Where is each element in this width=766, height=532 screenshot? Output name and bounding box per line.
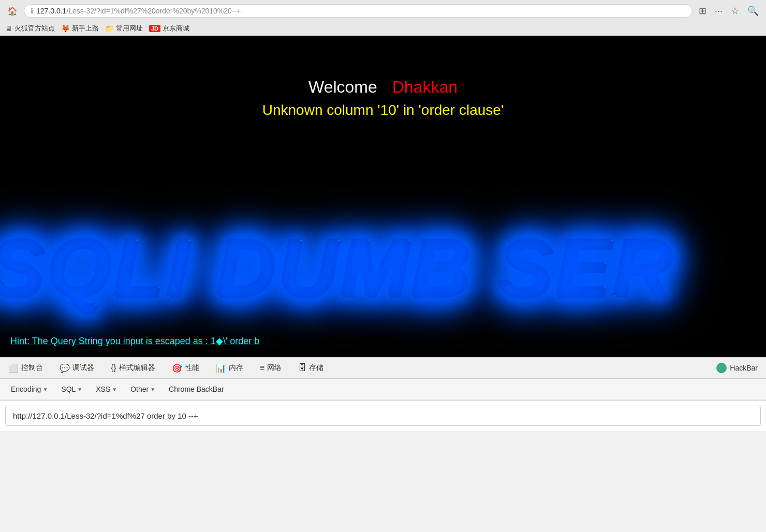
toolbar-right: ⊞ ··· ☆ 🔍 [697, 3, 761, 19]
address-bar[interactable]: ℹ 127.0.0.1/Less-32/?id=1%df%27%20order%… [24, 4, 693, 18]
menu-button[interactable]: ··· [713, 4, 725, 19]
nav-buttons: 🏠 [5, 4, 20, 18]
storage-icon: 🗄 [298, 363, 306, 373]
console-label: 控制台 [21, 363, 43, 373]
hackbar-sql-menu[interactable]: SQL ▼ [55, 382, 88, 396]
address-domain: 127.0.0.1 [36, 7, 66, 15]
sql-label: SQL [61, 385, 76, 393]
hackbar-globe-icon [716, 363, 727, 373]
bookmark-newbie[interactable]: 🦊 新手上路 [61, 24, 99, 33]
devtools-memory[interactable]: 📊 内存 [213, 361, 246, 375]
chrome-backbar-label: Chrome BackBar [169, 385, 224, 393]
folder-icon: 📁 [105, 24, 114, 33]
console-icon: ⬜ [8, 363, 19, 373]
devtools-console[interactable]: ⬜ 控制台 [5, 361, 46, 375]
hackbar-encoding-menu[interactable]: Encoding ▼ [5, 382, 53, 396]
devtools-bar: ⬜ 控制台 💬 调试器 {} 样式编辑器 🎯 性能 📊 内存 ≡ 网络 🗄 存储… [0, 357, 766, 379]
address-text: 127.0.0.1/Less-32/?id=1%df%27%20order%20… [36, 7, 686, 15]
browser-chrome: 🏠 ℹ 127.0.0.1/Less-32/?id=1%df%27%20orde… [0, 0, 766, 36]
bookmarks-bar: 🖥 火狐官方站点 🦊 新手上路 📁 常用网址 JD 京东商城 [0, 22, 766, 36]
home-button[interactable]: 🏠 [5, 4, 20, 18]
other-label: Other [130, 385, 149, 393]
firefox-home-icon: 🖥 [5, 24, 12, 33]
error-message: Unknown column '10' in 'order clause' [0, 102, 766, 119]
debugger-label: 调试器 [72, 363, 94, 373]
firefox-icon: 🦊 [61, 24, 70, 33]
grid-button[interactable]: ⊞ [697, 3, 709, 19]
style-icon: {} [111, 363, 116, 373]
hint-text: Hint: The Query String you input is esca… [0, 335, 270, 347]
hackbar-label: HackBar [730, 364, 758, 372]
hackbar-xss-menu[interactable]: XSS ▼ [90, 382, 123, 396]
performance-label: 性能 [185, 363, 199, 373]
xss-arrow-icon: ▼ [112, 387, 117, 392]
welcome-area: Welcome Dhakkan [0, 36, 766, 97]
hackbar-chrome-backbar[interactable]: Chrome BackBar [163, 382, 230, 396]
memory-icon: 📊 [216, 363, 226, 373]
hackbar-toolbar: Encoding ▼ SQL ▼ XSS ▼ Other ▼ Chrome Ba… [0, 379, 766, 400]
devtools-style-editor[interactable]: {} 样式编辑器 [108, 361, 158, 375]
url-input-area [0, 400, 766, 431]
bookmark-newbie-label: 新手上路 [72, 24, 99, 33]
info-icon: ℹ [31, 7, 33, 15]
bookmark-firefox[interactable]: 🖥 火狐官方站点 [5, 24, 55, 33]
welcome-name: Dhakkan [392, 78, 458, 96]
url-input[interactable] [5, 406, 761, 426]
bookmark-common[interactable]: 📁 常用网址 [105, 24, 143, 33]
network-icon: ≡ [260, 363, 264, 373]
browser-toolbar: 🏠 ℹ 127.0.0.1/Less-32/?id=1%df%27%20orde… [0, 0, 766, 22]
devtools-network[interactable]: ≡ 网络 [257, 361, 285, 375]
hackbar-item[interactable]: HackBar [713, 361, 761, 375]
bookmark-common-label: 常用网址 [116, 24, 143, 33]
devtools-performance[interactable]: 🎯 性能 [169, 361, 202, 375]
debugger-icon: 💬 [60, 363, 70, 373]
devtools-storage[interactable]: 🗄 存储 [295, 361, 327, 375]
sql-arrow-icon: ▼ [77, 387, 82, 392]
memory-label: 内存 [229, 363, 243, 373]
bookmark-jd[interactable]: JD 京东商城 [149, 24, 189, 33]
address-path: /Less-32/?id=1%df%27%20order%20by%2010%2… [66, 7, 241, 15]
devtools-debugger[interactable]: 💬 调试器 [56, 361, 97, 375]
style-label: 样式编辑器 [119, 363, 155, 373]
network-label: 网络 [267, 363, 282, 373]
hackbar-other-menu[interactable]: Other ▼ [125, 382, 161, 396]
bookmark-firefox-label: 火狐官方站点 [14, 24, 55, 33]
bookmark-star-button[interactable]: ☆ [729, 3, 741, 19]
encoding-label: Encoding [11, 385, 41, 393]
search-button[interactable]: 🔍 [745, 3, 761, 19]
jd-icon: JD [149, 25, 160, 32]
storage-label: 存储 [309, 363, 323, 373]
bookmark-jd-label: 京东商城 [163, 24, 189, 33]
xss-label: XSS [96, 385, 110, 393]
webpage-content: Welcome Dhakkan Unknown column '10' in '… [0, 36, 766, 357]
other-arrow-icon: ▼ [150, 387, 155, 392]
welcome-label: Welcome [308, 78, 377, 96]
sqli-title: SQLI DUMB SER [0, 220, 674, 316]
performance-icon: 🎯 [172, 363, 182, 373]
encoding-arrow-icon: ▼ [42, 387, 48, 392]
